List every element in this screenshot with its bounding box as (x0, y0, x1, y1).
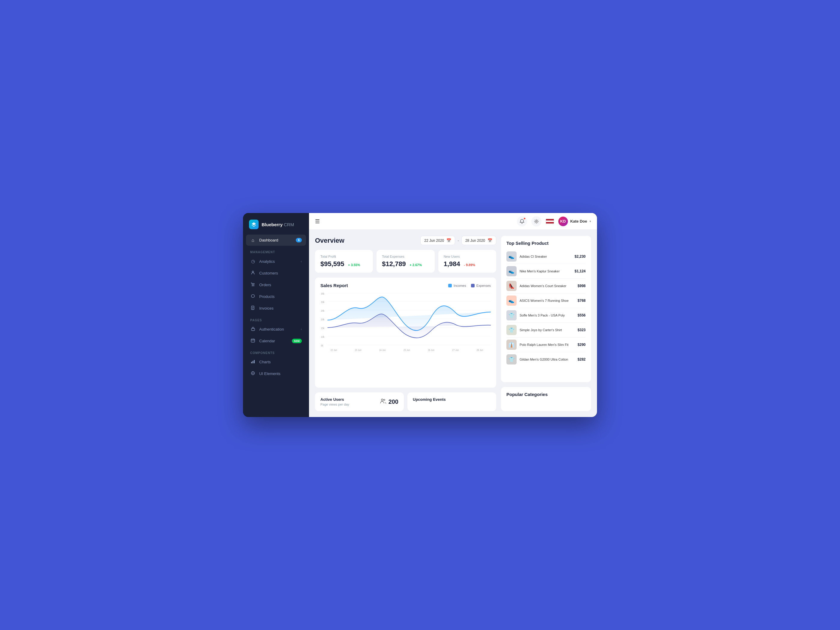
chart-svg-area: 35k 30k 25k 20k 15k 10k 5k (321, 292, 491, 352)
users-icon (380, 398, 386, 405)
svg-text:30k: 30k (321, 301, 325, 303)
sidebar-item-label: Products (259, 294, 275, 299)
sidebar-item-label: UI Elements (259, 371, 281, 376)
sidebar-item-label: Analytics (259, 259, 275, 264)
language-flag[interactable] (546, 219, 554, 224)
date-end-input[interactable]: 28 Jun 2020 📅 (461, 236, 496, 245)
sidebar-item-products[interactable]: Products (246, 291, 306, 302)
stat-value: 1,984 (444, 260, 460, 268)
products-icon (250, 294, 256, 299)
active-users-count: 200 (380, 398, 398, 405)
chart-legend: Incomes Expenses (448, 284, 491, 287)
svg-text:26 Jun: 26 Jun (428, 349, 434, 352)
sidebar-item-ui-elements[interactable]: UI Elements (246, 368, 306, 379)
content-right: Top Selling Product 👟 Adidas Cl Sneaker … (501, 236, 591, 411)
legend-label-expenses: Expenses (477, 284, 491, 287)
product-thumb: 👔 (507, 339, 516, 350)
stat-label: Total Profit (321, 255, 368, 258)
stat-label: Total Expenses (382, 255, 429, 258)
logo: Blueberry CRM (243, 213, 309, 235)
svg-point-16 (535, 221, 537, 222)
top-selling-card: Top Selling Product 👟 Adidas Cl Sneaker … (501, 236, 591, 382)
svg-point-39 (384, 399, 385, 400)
product-price: $1,124 (575, 269, 586, 273)
notification-dot (524, 218, 526, 219)
active-users-number: 200 (388, 398, 398, 405)
stat-card-profit: Total Profit $95,595 + 3.55% (315, 250, 373, 273)
user-name: Kate Doe (570, 219, 587, 224)
user-menu[interactable]: KD Kate Doe ▾ (558, 216, 591, 226)
svg-text:25 Jun: 25 Jun (404, 349, 410, 352)
product-name: Polo Ralph Lauren Men's Slim Fit (519, 343, 575, 346)
popular-categories-title: Popular Categories (507, 392, 586, 397)
sidebar-item-label: Orders (259, 283, 271, 287)
product-item: 👟 Adidas Cl Sneaker $2,230 (507, 249, 586, 264)
svg-point-0 (252, 271, 254, 273)
product-name: ASICS Women's 7 Running Shoe (519, 299, 575, 302)
legend-incomes: Incomes (448, 284, 466, 287)
date-separator: - (458, 238, 459, 243)
product-price: $556 (578, 313, 586, 317)
content-area: Overview 22 Jun 2020 📅 - 28 Jun 2020 📅 (309, 230, 597, 417)
svg-point-1 (252, 286, 253, 286)
home-icon: ⌂ (250, 238, 256, 243)
logo-crm: CRM (284, 222, 294, 227)
svg-text:10k: 10k (321, 335, 325, 338)
calendar-end-icon: 📅 (488, 238, 492, 243)
legend-expenses: Expenses (471, 284, 491, 287)
product-thumb: 👕 (507, 310, 516, 321)
product-price: $998 (578, 284, 586, 288)
hamburger-button[interactable]: ☰ (315, 218, 320, 225)
chevron-icon: ‹ (301, 260, 302, 263)
customers-icon (250, 271, 256, 276)
svg-rect-13 (253, 361, 254, 363)
product-item: 👕 Soffe Men's 3 Pack - USA Poly $556 (507, 308, 586, 323)
sidebar-item-invoices[interactable]: Invoices (246, 303, 306, 314)
product-thumb: 👕 (507, 354, 516, 365)
product-thumb: 👠 (507, 281, 516, 291)
svg-text:22 Jun: 22 Jun (331, 349, 337, 352)
avatar: KD (558, 216, 568, 226)
sidebar-item-calendar[interactable]: Calendar new (246, 335, 306, 346)
product-price: $768 (578, 298, 586, 303)
ui-elements-icon (250, 371, 256, 376)
sidebar-item-authentication[interactable]: Authentication ‹ (246, 324, 306, 335)
product-price: $2,230 (575, 254, 586, 259)
date-start-input[interactable]: 22 Jun 2020 📅 (420, 236, 455, 245)
product-item: 👕 Simple Joys by Carter's Shirt $323 (507, 323, 586, 338)
active-users-subtitle: Page views per day (321, 403, 349, 406)
upcoming-events-title: Upcoming Events (413, 397, 491, 402)
product-thumb: 👟 (507, 251, 516, 262)
product-item: 👟 Nike Men's Kaptur Sneaker $1,124 (507, 264, 586, 279)
svg-rect-7 (251, 328, 255, 331)
svg-text:5k: 5k (321, 344, 324, 347)
sidebar-item-customers[interactable]: Customers (246, 268, 306, 279)
svg-text:28 Jun: 28 Jun (477, 349, 483, 352)
stat-change: + 2.67% (409, 263, 422, 267)
page-title: Overview (315, 237, 344, 245)
analytics-icon: ◷ (250, 259, 256, 264)
stat-card-expenses: Total Expenses $12,789 + 2.67% (376, 250, 434, 273)
calendar-badge: new (292, 339, 302, 343)
main-content: ☰ (309, 213, 597, 417)
sidebar-item-label: Charts (259, 360, 271, 364)
product-name: Nike Men's Kaptur Sneaker (519, 269, 572, 273)
sidebar-item-dashboard[interactable]: ⌂ Dashboard 6 (246, 235, 306, 246)
svg-text:23 Jun: 23 Jun (355, 349, 362, 352)
sidebar-item-orders[interactable]: Orders (246, 279, 306, 291)
svg-text:24 Jun: 24 Jun (379, 349, 386, 352)
stat-card-users: New Users 1,984 - 9.89% (438, 250, 496, 273)
orders-icon (250, 282, 256, 287)
sidebar-item-analytics[interactable]: ◷ Analytics ‹ (246, 256, 306, 267)
notification-button[interactable] (517, 216, 527, 226)
bottom-cards-row: Active Users Page views per day (315, 392, 496, 411)
settings-button[interactable] (531, 216, 542, 226)
management-section-label: MANAGEMENT (246, 246, 306, 256)
product-item: 👟 ASICS Women's 7 Running Shoe $768 (507, 294, 586, 308)
logo-brand: Blueberry (262, 222, 283, 227)
sidebar-item-charts[interactable]: Charts (246, 357, 306, 368)
top-selling-title: Top Selling Product (507, 241, 586, 246)
invoices-icon (250, 306, 256, 311)
dashboard-badge: 6 (296, 238, 302, 242)
sidebar-item-label: Invoices (259, 306, 273, 311)
